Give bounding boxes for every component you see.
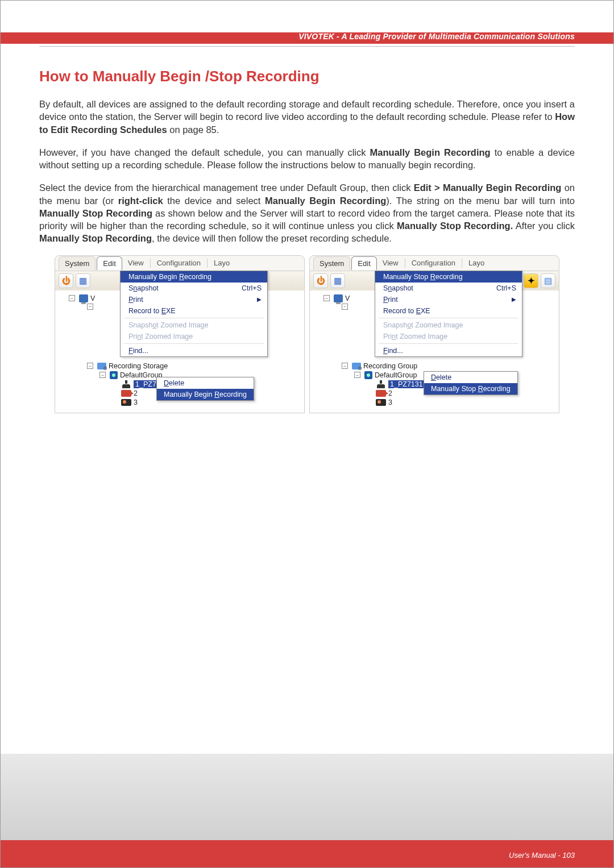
power-icon-r[interactable]: ⏻ [313,273,328,288]
menu-item-print-r[interactable]: Print ▶ [375,294,522,305]
menu-item-record-exe-r[interactable]: Record to EXE [375,305,522,317]
menu-item-print[interactable]: Print ▶ [121,294,267,305]
para3-b: Edit > Manually Begin Recording [414,182,562,193]
doc-header: VIVOTEK - A Leading Provider of Multimed… [298,32,575,41]
menu-divider-2 [124,343,264,344]
collapse-icon[interactable]: − [69,295,75,301]
power-icon[interactable]: ⏻ [59,273,73,288]
menu-sep-1-r [405,259,405,268]
edit-dropdown-begin: Manually Begin Recording Snapshot Ctrl+S… [120,271,268,357]
context-menu-stop: Delete Manually Stop Recording [424,371,518,395]
para3-a: Select the device from the hierarchical … [39,182,414,193]
alert-icon[interactable]: ✦ [524,273,538,288]
screenshot-begin: System Edit View Configuration Layo Manu… [55,255,305,413]
menu-item-snapshot-r[interactable]: Snapshot Ctrl+S [375,283,522,294]
menu-item-snapshot[interactable]: Snapshot Ctrl+S [121,283,267,294]
group-icon-r [364,371,372,379]
ctx-delete[interactable]: Delete [157,377,254,389]
menu-configuration[interactable]: Configuration [152,256,205,269]
menu-item-stop-label: Manually Stop Recording [383,273,463,281]
tree-rec-storage-label: Recording Storage [109,362,168,370]
tree-default-group-label-r: DefaultGroup [375,371,417,379]
ctx-stop-recording[interactable]: Manually Stop Recording [424,383,517,394]
para1-text-a: By default, all devices are assigned to … [39,99,575,122]
screenshot-stop: System Edit View Configuration Layo Manu… [309,255,559,413]
para3-l: Manually Stop Recording [39,233,152,243]
para3-g: ). The string on the menu bar will turn … [386,196,575,206]
layout-icon[interactable]: ▤ [541,273,555,288]
menu-view[interactable]: View [123,256,148,269]
context-menu-begin: Delete Manually Begin Recording [156,377,254,401]
menu-item-snapshot-accel-r: Ctrl+S [496,284,516,292]
para2-bold: Manually Begin Recording [370,147,491,157]
camera-dark-icon-r [376,399,386,406]
tree-rec-group-label: Recording Group [363,362,417,370]
menu-item-snapshot-accel: Ctrl+S [242,284,262,292]
paragraph-3: Select the device from the hierarchical … [39,181,575,244]
menu-sep-1 [150,259,151,268]
menu-item-snap-zoom-label-r: Snapshot Zoomed Image [383,321,463,329]
menu-edit-r[interactable]: Edit [351,256,376,270]
collapse-icon-4-r[interactable]: − [354,372,360,378]
grid-icon-r[interactable]: ▦ [330,273,345,288]
grid-icon[interactable]: ▦ [76,273,90,288]
menu-item-snapshot-label-r: Snapshot [383,284,413,292]
tree-device-2-label: 2 [134,389,138,397]
ctx-begin-recording[interactable]: Manually Begin Recording [157,389,254,400]
para3-e: the device and select [163,196,265,206]
menu-configuration-r[interactable]: Configuration [407,256,460,269]
collapse-icon-2-r[interactable]: − [342,304,348,310]
para3-m: , the device will then follow the preset… [152,233,392,243]
ctx-delete-r[interactable]: Delete [424,372,517,383]
para3-f: Manually Begin Recording [265,196,386,206]
monitor-icon-r [334,294,343,302]
menu-item-record-exe[interactable]: Record to EXE [121,305,267,317]
camera-mount-icon [121,380,131,388]
menu-view-r[interactable]: View [378,256,403,269]
tree-recording-group[interactable]: − Recording Group [314,362,557,371]
tree-device-3-label-r: 3 [388,398,392,406]
monitor-icon [79,294,88,302]
collapse-icon-2[interactable]: − [87,304,93,310]
menu-divider-1 [124,318,264,318]
menu-edit[interactable]: Edit [97,256,122,270]
tree-device-3-label: 3 [134,398,138,406]
menu-sep-2-r [462,259,462,268]
collapse-icon-3-r[interactable]: − [342,363,348,369]
tree-root-label: V [90,294,95,302]
camera-dark-icon [121,399,131,406]
para1-text-c: on page 85. [167,124,219,135]
menu-item-snap-zoom-label: Snapshot Zoomed Image [128,321,208,329]
paragraph-2: However, if you have changed the default… [39,146,575,172]
paragraph-1: By default, all devices are assigned to … [39,98,575,136]
collapse-icon-4[interactable]: − [99,372,106,378]
collapse-icon-3[interactable]: − [87,363,93,369]
tree-device-3-r[interactable]: 3 [314,398,557,407]
menubar-left: System Edit View Configuration Layo [55,255,305,271]
tree-device-1-label-r: 1_PZ7131 [388,380,425,388]
collapse-icon-r[interactable]: − [323,295,330,301]
menu-divider-1-r [379,318,518,318]
screenshot-row: System Edit View Configuration Layo Manu… [39,255,575,413]
para2-text-a: However, if you have changed the default… [39,147,370,157]
menu-layout[interactable]: Layo [209,256,234,269]
tree-device-2-label-r: 2 [388,389,392,397]
para3-k: After you click [513,221,575,231]
menu-item-find[interactable]: Find... [121,345,267,356]
menu-item-find-label: Find... [128,347,148,355]
page-title: How to Manually Begin /Stop Recording [39,68,575,85]
menu-item-print-label: Print [128,296,143,304]
menu-system[interactable]: System [59,256,96,270]
menu-item-begin-recording[interactable]: Manually Begin Recording [121,271,267,283]
menu-item-find-r[interactable]: Find... [375,345,522,356]
menu-layout-r[interactable]: Layo [464,256,489,269]
submenu-arrow-icon-r: ▶ [512,296,516,302]
tree-recording-storage[interactable]: − Recording Storage [60,362,302,371]
camera-mount-icon-r [376,380,386,388]
group-icon [110,371,118,379]
menu-item-record-exe-label: Record to EXE [128,307,176,315]
menu-sep-2 [207,259,208,268]
menu-item-stop-recording[interactable]: Manually Stop Recording [375,271,522,283]
menu-item-record-exe-label-r: Record to EXE [383,307,430,315]
menu-system-r[interactable]: System [313,256,350,270]
